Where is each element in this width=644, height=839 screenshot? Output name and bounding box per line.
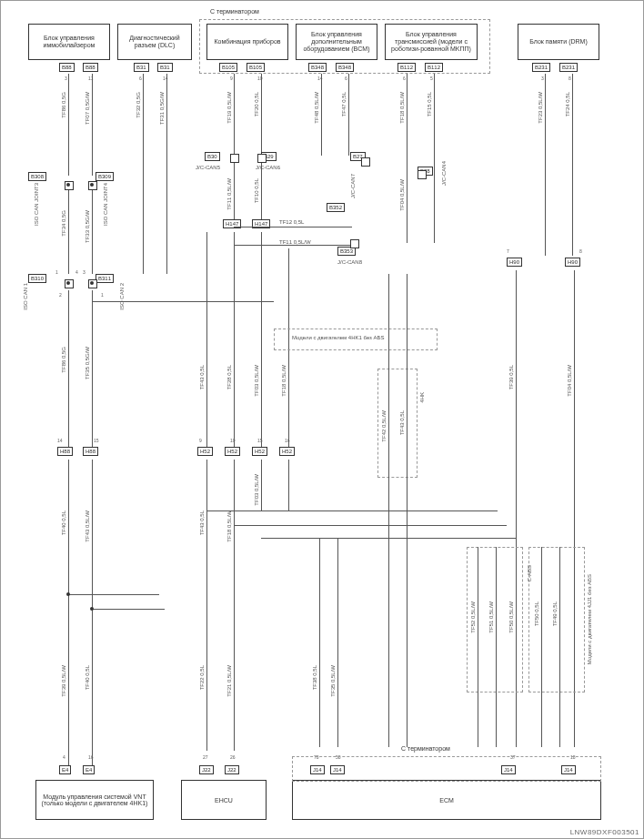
model-4jj1-abs-text: Модели с двигателем 4JJ1 без АБS [587, 574, 592, 664]
sig-tf48: TF48 0,5L/W [314, 92, 319, 124]
conn-b31-1: B31 [134, 63, 149, 72]
conn-b352: B352 [327, 203, 345, 212]
terminator-note-bottom: С терминатором [401, 745, 450, 752]
conn-j22-1: J22 [199, 765, 214, 774]
conn-b112-1: B112 [397, 63, 416, 72]
conn-b30: B30 [205, 152, 220, 161]
sig-tf33: TF33 0,5G/W [85, 210, 90, 243]
sig-tf21: TF21 0,5L/W [226, 665, 232, 697]
iso-can2: ISO CAN 2 [119, 283, 125, 310]
sig-tf18b: TF18 0,5L/W [281, 365, 287, 397]
conn-b105-1: B105 [219, 63, 237, 72]
model-4hk1-abs-text: Модели с двигателем 4HK1 без АБS [292, 335, 384, 340]
sig-tf31: TF31 0,5G/W [159, 92, 165, 125]
sig-tf35b: TF35 0,5L/W [330, 665, 336, 697]
conn-b311: B311 [96, 274, 114, 283]
conn-e4-2: E4 [83, 765, 95, 774]
sig-tf22: TF22 0,5L [199, 665, 205, 690]
sig-tf52: TF52 0,5L/W [470, 601, 476, 633]
sig-tf43a: TF43 0,5L [199, 365, 205, 389]
sig-tf28: TF28 0,5L [226, 365, 232, 389]
conn-j22-2: J22 [225, 765, 239, 774]
conn-b105-2: B105 [247, 63, 265, 72]
sig-tf18c: TF18 0,5L/W [226, 510, 232, 542]
jc-can4: J/C-CAN4 [441, 161, 447, 186]
conn-b231-2: B231 [559, 63, 578, 72]
sig-tf51: TF51 0,5L/W [488, 601, 494, 633]
conn-h88-2: H88 [83, 447, 98, 456]
iso-can-j3: ISO CAN JOINT3 [34, 183, 39, 226]
bottom-terminator-group [292, 756, 601, 782]
conn-b309: B309 [96, 172, 114, 181]
module-tcm: Блок управления трансмиссией (модели с р… [385, 24, 478, 60]
conn-b31-2: B31 [157, 63, 173, 72]
sig-tf20: TF20 0,5L [254, 92, 259, 116]
sig-tf12: TF12 0,5L [279, 219, 304, 225]
model-4hk-short: 4HK [419, 392, 425, 403]
sig-tf47: TF47 0,5L [341, 92, 347, 116]
wiring-diagram: С терминатором Блок управления иммобилай… [0, 0, 644, 839]
sig-tf42: TF42 0,5L/W [381, 410, 387, 442]
sig-tf39b: TF39 0,5L/W [61, 665, 66, 697]
conn-h52-4: H52 [279, 447, 295, 456]
c-abs-label: C-ABS [527, 565, 532, 581]
iso-can1: ISO CAN 1 [23, 283, 28, 310]
sig-tf11: TF11 0,5L/W [226, 178, 232, 210]
jc-can6: J/C-CAN6 [256, 165, 280, 170]
sig-tf49: TF49 0,5L [552, 601, 558, 626]
conn-h90-2: H90 [565, 258, 580, 267]
module-drm: Блок памяти (DRM) [518, 24, 599, 60]
sig-tf24: TF24 0,5L [565, 92, 570, 116]
conn-h88-1: H88 [57, 447, 73, 456]
module-cluster: Комбинация приборов [206, 24, 288, 60]
sig-tf10: TF10 0,5L [254, 178, 259, 203]
watermark: LNW89DXF003501 [570, 828, 639, 836]
module-dlc: Диагностический разъем (DLC) [117, 24, 192, 60]
conn-b112-2: B112 [425, 63, 443, 72]
sig-tf40: TF40 0,5L [61, 510, 66, 535]
conn-h52-3: H52 [252, 447, 267, 456]
sig-tf50b: TF50 0,5L/W [508, 601, 514, 633]
conn-b88-2: B88 [83, 63, 98, 72]
sig-tf03a: TF03 0,5L/W [254, 365, 259, 397]
conn-h90-1: H90 [507, 258, 522, 267]
sig-tf03b: TF03 0,5L/W [254, 474, 259, 506]
sig-tf35a: TF35 0,5G/W [85, 347, 90, 379]
sig-tf43b: TF43 0,5L/W [85, 510, 90, 542]
jc-can5: J/C-CAN5 [196, 165, 220, 170]
sig-tf39: TF39 0,5L [508, 365, 514, 389]
sig-tf50: TF50 0,5L [534, 601, 539, 626]
jc-can8: J/C-CAN8 [337, 259, 362, 265]
sig-tf86: TF86 0,5G [61, 92, 66, 118]
jc-can7: J/C-CAN7 [350, 174, 356, 198]
conn-h52-2: H52 [225, 447, 240, 456]
terminator-note-top: С терминатором [210, 8, 259, 15]
module-ecm: ECM [292, 780, 601, 820]
sig-tf34: TF34 0,5G [61, 210, 66, 237]
sig-tf38: TF38 0,5L [312, 665, 317, 690]
sig-tf43c: TF43 0,5L [199, 510, 205, 535]
conn-b348-1: B348 [308, 63, 327, 72]
sig-tf19: TF19 0,5L/W [226, 92, 232, 124]
module-vnt: Модуль управления системой VNT (только м… [35, 780, 154, 820]
conn-b308: B308 [28, 172, 46, 181]
iso-can-j4: ISO CAN JOINT4 [103, 183, 108, 226]
sig-tf23: TF23 0,5L/W [538, 92, 543, 124]
sig-tf15: TF15 0,5L [427, 92, 432, 116]
conn-b88-1: B88 [59, 63, 75, 72]
module-immobilizer: Блок управления иммобилайзером [28, 24, 110, 60]
conn-b231-1: B231 [532, 63, 550, 72]
conn-b310: B310 [28, 274, 46, 283]
sig-tf40b: TF40 0,5L [85, 665, 90, 690]
sig-tf43d: TF43 0,5L [399, 410, 405, 435]
conn-b348-2: B348 [336, 63, 354, 72]
sig-tf86b: TF86 0,5G [61, 347, 66, 373]
module-bcm: Блок управления дополнительным оборудова… [296, 24, 377, 60]
conn-h52-1: H52 [197, 447, 213, 456]
sig-tf04b: TF04 0,5L/W [567, 365, 572, 397]
module-ehcu: EHCU [181, 780, 267, 820]
sig-tf04a: TF04 0,5L/W [399, 179, 405, 211]
sig-tf32: TF32 0,5G [136, 92, 141, 118]
sig-tf18a: TF18 0,5L/W [399, 92, 405, 124]
sig-tf07: TF07 0,5G/W [85, 92, 90, 125]
